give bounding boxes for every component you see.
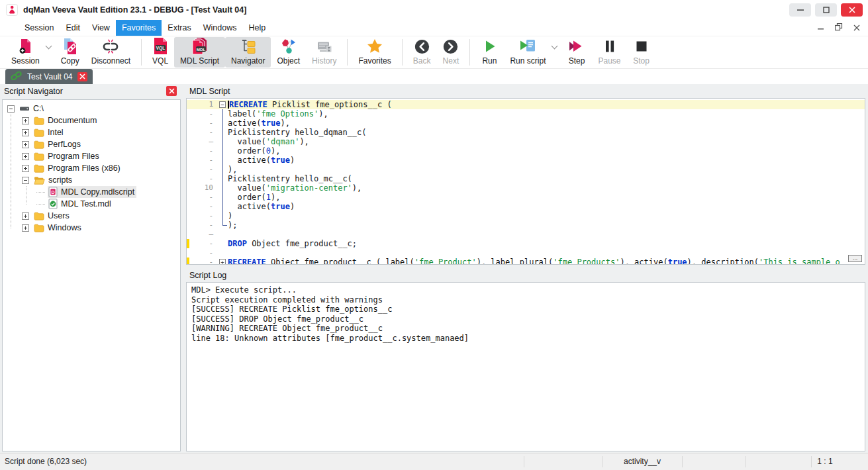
- editor-line[interactable]: - active(true): [187, 156, 865, 165]
- navigator-close-button[interactable]: [166, 86, 177, 96]
- tree-item-intel[interactable]: Intel: [3, 126, 180, 138]
- editor-line[interactable]: - active(true): [187, 202, 865, 211]
- code-text[interactable]: order(0),: [228, 146, 280, 156]
- mdi-close-button[interactable]: [853, 22, 860, 34]
- fold-expand-icon[interactable]: +: [218, 258, 228, 265]
- editor-line[interactable]: 1−RECREATE Picklist fme_options__c (: [187, 100, 865, 109]
- code-text[interactable]: Picklistentry hello_dqman__c(: [228, 128, 367, 137]
- collapse-expander-icon[interactable]: [22, 177, 30, 184]
- toolbar-button-next[interactable]: Next: [436, 37, 465, 68]
- tab-test-vault[interactable]: Test Vault 04: [5, 69, 93, 84]
- expand-expander-icon[interactable]: [22, 141, 30, 148]
- expand-expander-icon[interactable]: [22, 117, 30, 124]
- editor-line[interactable]: –: [187, 230, 865, 239]
- code-text[interactable]: label('fme Options'),: [228, 109, 328, 118]
- toolbar-button-session[interactable]: Session: [5, 37, 46, 68]
- expand-expander-icon[interactable]: [22, 153, 30, 160]
- toolbar-button-favorites[interactable]: Favorites: [352, 37, 397, 68]
- tree-item-content[interactable]: MDL Test.mdl: [48, 198, 113, 210]
- minimize-button[interactable]: [789, 3, 811, 17]
- editor-line[interactable]: -: [187, 248, 865, 258]
- expand-expander-icon[interactable]: [22, 212, 30, 220]
- collapse-expander-icon[interactable]: [7, 105, 16, 113]
- editor-line[interactable]: 10 value('migration-center'),: [187, 183, 865, 193]
- mdi-minimize-button[interactable]: [818, 22, 824, 34]
- menu-item-windows[interactable]: Windows: [197, 20, 243, 36]
- editor-line[interactable]: -+RECREATE Object fme_product__c ( label…: [187, 258, 865, 265]
- code-editor[interactable]: 1−RECREATE Picklist fme_options__c (-lab…: [186, 98, 865, 265]
- menu-item-view[interactable]: View: [86, 20, 116, 36]
- tree-item-content[interactable]: DMDL Copy.mdlscript: [48, 186, 136, 198]
- tree-item-content[interactable]: Program Files: [33, 151, 101, 162]
- tree-item-program-files[interactable]: Program Files: [3, 150, 180, 162]
- menu-item-extras[interactable]: Extras: [162, 20, 197, 36]
- fold-collapse-icon[interactable]: −: [218, 100, 228, 109]
- code-text[interactable]: active(true),: [228, 118, 290, 128]
- code-text[interactable]: active(true): [228, 156, 295, 165]
- code-text[interactable]: order(1),: [228, 193, 280, 202]
- toolbar-button-run[interactable]: Run: [475, 37, 504, 68]
- toolbar-button-disconnect[interactable]: Disconnect: [85, 37, 136, 68]
- tree-item-content[interactable]: Intel: [33, 127, 66, 138]
- close-button[interactable]: [841, 3, 863, 17]
- fold-ellipsis-button[interactable]: ...: [848, 255, 862, 262]
- menu-item-favorites[interactable]: Favorites: [116, 20, 162, 36]
- editor-line[interactable]: -Picklistentry hello_dqman__c(: [187, 128, 865, 137]
- tree-item-mdl-copy-mdlscript[interactable]: DMDL Copy.mdlscript: [3, 186, 180, 198]
- dropdown-chevron-icon[interactable]: [45, 42, 52, 49]
- tab-close-button[interactable]: [77, 72, 87, 81]
- tree-item-c[interactable]: C:\: [3, 103, 180, 115]
- code-text[interactable]: );: [228, 220, 237, 230]
- tree-item-windows[interactable]: Windows: [3, 222, 180, 234]
- code-text[interactable]: Picklistentry hello_mc__c(: [228, 174, 352, 183]
- menu-item-help[interactable]: Help: [242, 20, 271, 36]
- editor-line[interactable]: – value('dqman'),: [187, 137, 865, 146]
- expand-expander-icon[interactable]: [22, 165, 30, 172]
- toolbar-button-history[interactable]: History: [306, 37, 342, 68]
- editor-line[interactable]: - order(1),: [187, 193, 865, 202]
- tree-item-content[interactable]: Documentum: [33, 115, 99, 126]
- fold-toggle-icon[interactable]: +: [219, 259, 226, 265]
- code-text[interactable]: active(true): [228, 202, 295, 211]
- tree-item-documentum[interactable]: Documentum: [3, 115, 180, 126]
- mdi-restore-button[interactable]: [835, 22, 843, 34]
- dropdown-chevron-icon[interactable]: [552, 42, 558, 49]
- editor-line[interactable]: - order(0),: [187, 146, 865, 156]
- toolbar-button-object[interactable]: Object: [271, 37, 306, 68]
- editor-line[interactable]: -Picklistentry hello_mc__c(: [187, 174, 865, 183]
- toolbar-button-run-script[interactable]: Run script: [504, 37, 552, 68]
- maximize-button[interactable]: [815, 3, 837, 17]
- toolbar-button-vql[interactable]: VQLVQL: [146, 37, 174, 68]
- tree-item-content[interactable]: Program Files (x86): [33, 163, 122, 174]
- toolbar-button-copy[interactable]: Copy: [55, 37, 85, 68]
- editor-line[interactable]: -active(true),: [187, 118, 865, 128]
- toolbar-button-pause[interactable]: Pause: [592, 37, 626, 68]
- menu-item-session[interactable]: Session: [19, 20, 60, 36]
- tree-item-content[interactable]: Windows: [33, 222, 83, 234]
- tree-item-scripts[interactable]: scripts: [3, 174, 180, 186]
- tree-item-perflogs[interactable]: PerfLogs: [3, 138, 180, 150]
- toolbar-button-navigator[interactable]: Navigator: [225, 37, 271, 68]
- code-text[interactable]: RECREATE Object fme_product__c ( label('…: [228, 258, 840, 265]
- editor-line[interactable]: -): [187, 211, 865, 220]
- tree-item-mdl-test-mdl[interactable]: MDL Test.mdl: [3, 198, 180, 210]
- fold-toggle-icon[interactable]: −: [219, 101, 226, 108]
- toolbar-button-stop[interactable]: Stop: [627, 37, 656, 68]
- tree-item-content[interactable]: PerfLogs: [33, 139, 83, 150]
- code-text[interactable]: DROP Object fme_product__c;: [228, 239, 357, 248]
- tree-item-users[interactable]: Users: [3, 210, 180, 222]
- tree-item-content[interactable]: C:\: [19, 103, 46, 115]
- file-tree[interactable]: C:\DocumentumIntelPerfLogsProgram FilesP…: [2, 99, 181, 451]
- editor-line[interactable]: -label('fme Options'),: [187, 109, 865, 118]
- menu-item-edit[interactable]: Edit: [60, 20, 86, 36]
- editor-line[interactable]: -);: [187, 220, 865, 230]
- code-text[interactable]: value('migration-center'),: [228, 183, 362, 193]
- editor-line[interactable]: -),: [187, 165, 865, 174]
- tree-item-content[interactable]: Users: [33, 211, 72, 222]
- code-text[interactable]: ): [228, 211, 232, 220]
- toolbar-button-step[interactable]: Step: [561, 37, 592, 68]
- script-log[interactable]: MDL> Execute script...Script execution c…: [186, 282, 865, 451]
- toolbar-button-mdl-script[interactable]: MDLMDL Script: [174, 37, 225, 68]
- expand-expander-icon[interactable]: [22, 224, 30, 232]
- code-text[interactable]: ),: [228, 165, 237, 174]
